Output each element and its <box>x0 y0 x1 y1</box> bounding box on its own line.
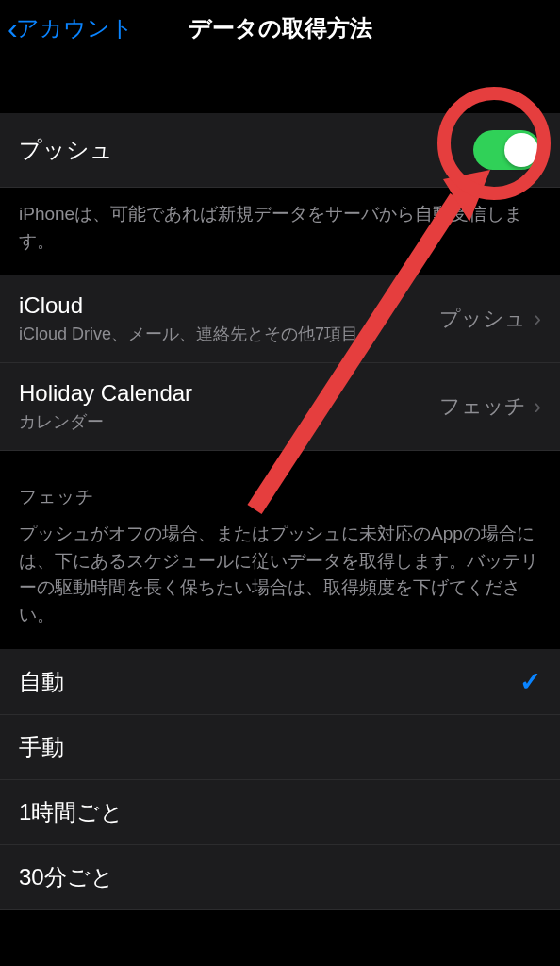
account-mode-wrap: プッシュ › <box>439 305 541 333</box>
account-mode-wrap: フェッチ › <box>439 392 541 421</box>
fetch-option-label: 手動 <box>19 732 64 762</box>
account-mode: フェッチ <box>439 392 526 421</box>
fetch-description: プッシュがオフの場合、またはプッシュに未対応のAppの場合には、下にあるスケジュ… <box>0 521 560 649</box>
fetch-option-30min[interactable]: 30分ごと <box>0 845 560 910</box>
fetch-option-label: 1時間ごと <box>19 797 124 827</box>
chevron-right-icon: › <box>534 393 541 420</box>
fetch-option-hourly[interactable]: 1時間ごと <box>0 780 560 845</box>
fetch-option-label: 自動 <box>19 667 64 697</box>
chevron-right-icon: › <box>534 306 541 332</box>
push-description: iPhoneは、可能であれば新規データをサーバから自動受信します。 <box>0 188 560 275</box>
fetch-header: フェッチ <box>0 451 560 521</box>
fetch-option-auto[interactable]: 自動 ✓ <box>0 649 560 715</box>
push-label: プッシュ <box>19 135 113 165</box>
fetch-option-label: 30分ごと <box>19 862 114 892</box>
toggle-knob <box>504 133 538 167</box>
page-title: データの取得方法 <box>189 13 372 43</box>
account-title: Holiday Calendar <box>19 380 439 407</box>
navbar: ‹ アカウント データの取得方法 <box>0 0 560 57</box>
fetch-option-manual[interactable]: 手動 <box>0 715 560 780</box>
push-toggle[interactable] <box>473 130 541 170</box>
account-title: iCloud <box>19 292 439 319</box>
spacer <box>0 57 560 113</box>
back-label: アカウント <box>16 13 134 43</box>
account-row-holiday[interactable]: Holiday Calendar カレンダー フェッチ › <box>0 363 560 451</box>
push-toggle-row[interactable]: プッシュ <box>0 113 560 188</box>
account-subtitle: カレンダー <box>19 410 439 433</box>
account-info: Holiday Calendar カレンダー <box>19 380 439 433</box>
account-info: iCloud iCloud Drive、メール、連絡先とその他7項目... <box>19 292 439 345</box>
checkmark-icon: ✓ <box>519 666 541 697</box>
account-row-icloud[interactable]: iCloud iCloud Drive、メール、連絡先とその他7項目... プッ… <box>0 275 560 363</box>
back-button[interactable]: ‹ アカウント <box>8 11 134 46</box>
account-mode: プッシュ <box>439 305 526 333</box>
account-subtitle: iCloud Drive、メール、連絡先とその他7項目... <box>19 323 439 345</box>
